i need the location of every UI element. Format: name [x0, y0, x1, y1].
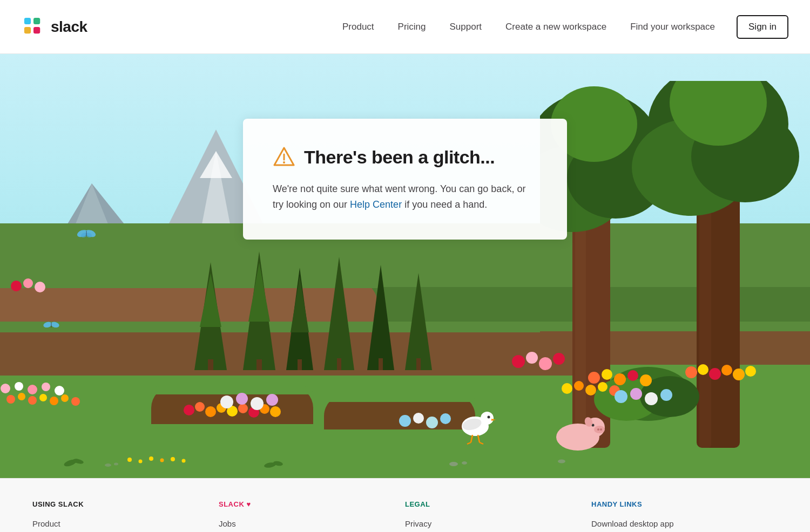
error-title-row: There's been a glitch...	[273, 146, 537, 168]
right-trees-illustration	[540, 81, 810, 448]
svg-rect-19	[337, 358, 341, 370]
nav-pricing[interactable]: Pricing	[386, 22, 438, 32]
nav-find-workspace[interactable]: Find your workspace	[618, 22, 727, 32]
nav-product[interactable]: Product	[330, 22, 386, 32]
svg-rect-0	[24, 17, 31, 24]
svg-marker-18	[324, 257, 354, 370]
nav-support[interactable]: Support	[438, 22, 494, 32]
footer-link-jobs[interactable]: Jobs	[219, 519, 236, 528]
svg-rect-2	[24, 27, 31, 33]
svg-point-136	[283, 161, 285, 163]
svg-rect-3	[33, 27, 40, 33]
svg-marker-10	[200, 273, 221, 327]
footer-link-desktop-app[interactable]: Download desktop app	[591, 519, 674, 528]
svg-rect-1	[33, 17, 40, 24]
help-center-link[interactable]: Help Center	[350, 199, 402, 210]
footer-links-using-slack: Product	[32, 519, 219, 529]
brand-name: slack	[51, 18, 87, 36]
footer-col-handy-links: HANDY LINKS Download desktop app	[591, 500, 778, 532]
navbar: slack Product Pricing Support Create a n…	[0, 0, 810, 54]
footer-col-legal: LEGAL Privacy	[405, 500, 591, 532]
slack-logo-icon	[22, 15, 45, 39]
footer: USING SLACK Product SLACK ♥ Jobs LEGAL P…	[0, 478, 810, 532]
footer-heading-legal: LEGAL	[405, 500, 591, 508]
svg-marker-16	[291, 276, 309, 332]
error-card: There's been a glitch... We're not quite…	[243, 119, 567, 240]
nav-create-workspace[interactable]: Create a new workspace	[494, 22, 618, 32]
svg-rect-23	[416, 358, 421, 370]
footer-heading-using-slack: USING SLACK	[32, 500, 219, 508]
footer-links-slack: Jobs	[219, 519, 405, 529]
svg-rect-17	[298, 359, 302, 370]
warning-icon	[273, 146, 295, 168]
error-body: We're not quite sure what went wrong. Yo…	[273, 181, 537, 213]
svg-rect-14	[256, 359, 262, 370]
footer-col-using-slack: USING SLACK Product	[32, 500, 219, 532]
svg-marker-20	[367, 265, 394, 370]
svg-rect-11	[208, 359, 213, 370]
error-body-suffix: if you need a hand.	[402, 199, 487, 210]
footer-link-privacy[interactable]: Privacy	[405, 519, 431, 528]
footer-links-handy: Download desktop app	[591, 519, 778, 529]
svg-marker-22	[405, 273, 432, 370]
footer-link-product[interactable]: Product	[32, 519, 60, 528]
dirt-mound-left	[151, 386, 313, 424]
nav-links: Product Pricing Support Create a new wor…	[330, 22, 727, 32]
sign-in-button[interactable]: Sign in	[737, 15, 788, 39]
footer-heading-handy: HANDY LINKS	[591, 500, 778, 508]
footer-col-slack: SLACK ♥ Jobs	[219, 500, 405, 532]
error-heading: There's been a glitch...	[304, 147, 495, 168]
footer-heading-slack: SLACK ♥	[219, 500, 405, 508]
footer-links-legal: Privacy	[405, 519, 591, 529]
hero-section: There's been a glitch... We're not quite…	[0, 54, 810, 478]
dirt-mound-mid	[324, 394, 475, 429]
svg-marker-13	[248, 262, 270, 322]
logo-link[interactable]: slack	[22, 15, 87, 39]
svg-point-38	[640, 376, 699, 417]
svg-rect-21	[379, 358, 383, 370]
